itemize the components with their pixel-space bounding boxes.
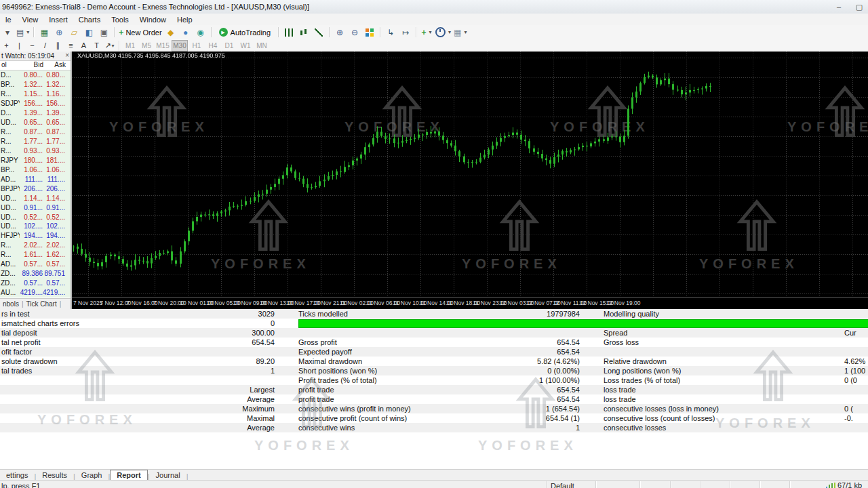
indicators-icon[interactable]: ◆ — [164, 26, 178, 39]
period-m15[interactable]: M15 — [155, 41, 170, 51]
market-watch-tab-nbols[interactable]: nbols — [0, 300, 22, 308]
period-mn[interactable]: MN — [254, 41, 269, 51]
tester-tab-report[interactable]: Report — [110, 470, 147, 481]
channel-tool[interactable]: ∥ — [52, 41, 64, 51]
column-symbol: ol — [0, 61, 20, 70]
profiles-icon[interactable]: ◧ — [82, 26, 96, 39]
menu-bar: leViewInsertChartsToolsWindowHelp — [0, 14, 868, 26]
zoom-out-icon[interactable]: ⊖ — [348, 26, 361, 39]
ask-cell: 181.... — [43, 157, 66, 164]
fibonacci-tool[interactable]: ≡ — [65, 40, 77, 50]
candlestick-chart-glyph — [300, 28, 308, 37]
tester-tab-journal[interactable]: Journal — [150, 470, 186, 481]
menu-window[interactable]: Window — [134, 15, 172, 24]
status-profile[interactable]: Default — [551, 482, 574, 488]
period-h4[interactable]: H4 — [205, 41, 220, 51]
period-d1[interactable]: D1 — [222, 41, 237, 51]
menu-charts[interactable]: Charts — [73, 15, 106, 24]
market-watch-row[interactable]: ZD...89.38689.751 — [0, 269, 71, 279]
crosshair-tool[interactable]: + — [1, 40, 12, 50]
report-row: ismatched charts errors0 — [0, 319, 868, 328]
tester-tab-ettings[interactable]: ettings — [0, 470, 34, 481]
symbol-cell: BP... — [0, 81, 20, 88]
market-watch-row[interactable]: UD...1.14...1.14... — [0, 193, 71, 203]
add-indicator-icon[interactable]: +▾ — [420, 26, 433, 39]
candlestick-chart-canvas[interactable] — [72, 52, 868, 297]
scripts-icon[interactable]: ◉ — [194, 26, 208, 39]
market-watch-row[interactable]: UD...102....102.... — [0, 222, 71, 231]
market-watch-row[interactable]: D...0.80...0.80... — [0, 70, 71, 80]
ask-cell: 0.80... — [43, 71, 66, 79]
market-watch-row[interactable]: D...1.39...1.39... — [0, 108, 71, 118]
market-watch-row[interactable]: BP...1.32...1.32... — [0, 80, 71, 89]
market-watch-row[interactable]: AD...111....111.... — [0, 174, 71, 184]
maximize-button[interactable]: ▢ — [854, 3, 864, 12]
bid-cell: 2.02... — [20, 241, 43, 249]
market-watch-row[interactable]: R...1.77...1.77... — [0, 137, 71, 146]
report-rows: rs in test3029Ticks modelled19797984Mode… — [0, 309, 868, 432]
menu-insert[interactable]: Insert — [43, 15, 73, 24]
text-tool[interactable]: A — [78, 40, 90, 50]
chart-window[interactable]: YOFOREXYOFOREXYOFOREXYOFOREXYOFOREXYOFOR… — [72, 52, 868, 309]
market-watch-row[interactable]: SDJPY156....156.... — [0, 99, 71, 108]
experts-icon[interactable]: ● — [179, 26, 193, 39]
line-chart-icon[interactable] — [312, 26, 326, 39]
tile-windows-icon[interactable] — [363, 26, 376, 39]
period-w1[interactable]: W1 — [238, 41, 253, 51]
vertical-line-tool[interactable]: | — [14, 40, 25, 50]
trendline-tool[interactable]: / — [39, 40, 51, 50]
market-watch-row[interactable]: RJPY180....181.... — [0, 155, 71, 165]
horizontal-line-tool[interactable]: − — [26, 40, 38, 50]
market-watch-row[interactable]: R...1.15...1.16... — [0, 89, 71, 99]
period-h1[interactable]: H1 — [189, 41, 204, 51]
new-chart-icon[interactable]: ▦ — [37, 26, 51, 39]
market-watch-row[interactable]: R...2.02...2.02... — [0, 241, 71, 250]
market-watch-row[interactable]: R...0.87...0.87... — [0, 127, 71, 137]
timeframes-icon[interactable]: ▾ — [435, 26, 452, 39]
print-icon[interactable]: ▤▾ — [16, 26, 30, 39]
period-m1[interactable]: M1 — [123, 41, 138, 51]
bar-chart-icon[interactable] — [282, 26, 296, 39]
zoom-in-icon[interactable]: ⊕ — [333, 26, 347, 39]
report-label: Loss trades (% of total) — [604, 375, 680, 385]
market-watch-row[interactable]: AD...0.57...0.57... — [0, 260, 71, 269]
auto-scroll-icon[interactable]: ↳ — [384, 26, 397, 39]
autotrading-icon[interactable]: ▶AutoTrading — [215, 26, 275, 39]
chart-shift-icon[interactable]: ↦ — [399, 26, 412, 39]
templates-icon[interactable]: ▦▾ — [453, 26, 467, 39]
market-watch-row[interactable]: HFJPY194....194.... — [0, 231, 71, 241]
market-watch-row[interactable]: ZD...0.57...0.57... — [0, 279, 71, 288]
period-m5[interactable]: M5 — [139, 41, 154, 51]
market-watch-row[interactable]: BP...1.06...1.06... — [0, 165, 71, 174]
tester-tab-graph[interactable]: Graph — [75, 470, 108, 481]
crosshair-icon[interactable]: ⊕ — [52, 26, 66, 39]
market-watch-tab-tick-chart[interactable]: Tick Chart — [24, 300, 60, 308]
tester-tab-results[interactable]: Results — [36, 470, 73, 481]
minimize-button[interactable]: – — [834, 3, 844, 11]
market-watch-row[interactable]: UD...0.52...0.52... — [0, 212, 71, 222]
market-watch-row[interactable]: R...0.93...0.93... — [0, 146, 71, 156]
menu-view[interactable]: View — [17, 15, 44, 24]
close-icon[interactable]: × — [65, 52, 69, 59]
search-window-icon[interactable]: ▣ — [97, 26, 111, 39]
report-label: Relative drawdown — [604, 357, 667, 366]
menu-tools[interactable]: Tools — [106, 15, 134, 24]
text-label-tool[interactable]: T — [91, 40, 102, 50]
report-value: 654.54 (1) — [448, 413, 580, 423]
market-watch-row[interactable]: R...1.61...1.62... — [0, 250, 71, 260]
market-watch-row[interactable]: AU...4219....4219.... — [0, 288, 71, 298]
market-watch-row[interactable]: BPJPY206....206.... — [0, 184, 71, 193]
report-value: 654.54 — [448, 347, 580, 357]
market-watch-row[interactable]: UD...0.91...0.91... — [0, 203, 71, 212]
arrows-tool[interactable]: ↗▾ — [104, 41, 115, 51]
open-template-folder-icon[interactable]: ▱ — [67, 26, 81, 39]
new-order-icon[interactable]: +New Order — [118, 26, 162, 39]
menu-le[interactable]: le — [0, 15, 17, 24]
ask-cell: 1.62... — [43, 251, 66, 258]
candlestick-chart-icon[interactable] — [297, 26, 311, 39]
menu-help[interactable]: Help — [172, 15, 198, 24]
dropdown-stub-icon[interactable]: ▾ — [1, 26, 14, 39]
market-watch-row[interactable]: UD...0.65...0.65... — [0, 118, 71, 127]
period-m30[interactable]: M30 — [172, 40, 188, 52]
report-label: Expected payoff — [298, 347, 352, 357]
